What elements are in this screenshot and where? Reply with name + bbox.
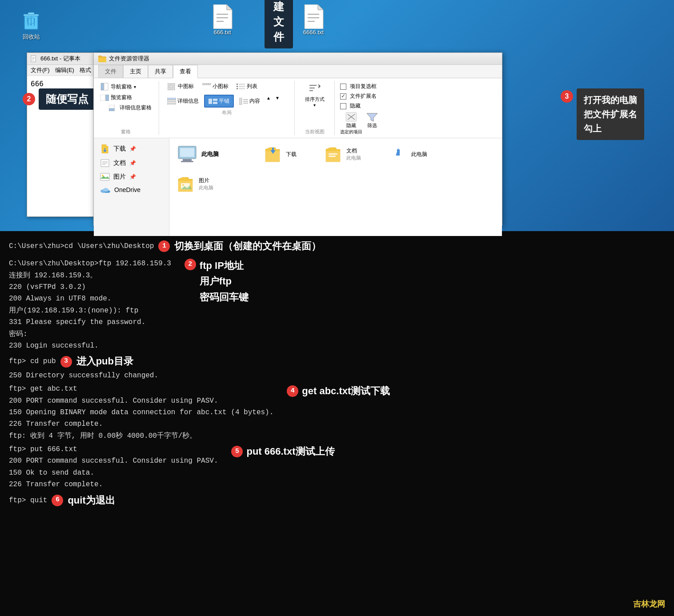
annotation-text-explorer: 打开我的电脑把文件扩展名勾上 [577, 88, 644, 140]
svg-rect-40 [167, 104, 176, 105]
tab-file[interactable]: 文件 [98, 65, 123, 78]
item-checkbox-option[interactable]: 项目复选框 [340, 83, 401, 90]
details-pane-btn[interactable]: 详细信息窗格 [107, 103, 153, 113]
filter-btn[interactable]: 筛选 [366, 112, 378, 135]
svg-rect-26 [172, 87, 175, 90]
svg-rect-67 [183, 159, 192, 161]
svg-rect-2 [28, 12, 34, 15]
annotation-get-abc: get abc.txt测试下载 [302, 383, 390, 399]
medium-icons-btn[interactable]: 中图标 [164, 81, 197, 92]
terminal-area: C:\Users\zhu>cd \Users\zhu\Desktop 1 切换到… [0, 231, 674, 616]
watermark: 吉林龙网 [633, 598, 665, 611]
file-extension-check[interactable] [340, 93, 346, 100]
flat-view-btn[interactable]: 平铺 [204, 95, 234, 108]
svg-rect-37 [167, 98, 176, 100]
svg-marker-55 [367, 113, 377, 121]
ribbon-tabs: 文件 主页 共享 查看 [94, 65, 502, 78]
nav-item-documents[interactable]: 文档 📌 [94, 156, 169, 170]
content-item-this-pc[interactable]: 此电脑 [174, 143, 254, 166]
svg-rect-72 [329, 156, 336, 157]
file-extension-option[interactable]: 文件扩展名 [340, 92, 401, 100]
file-666-icon[interactable]: 666.txt [205, 4, 240, 36]
svg-rect-18 [104, 83, 108, 90]
badge-5-terminal: 5 [231, 446, 243, 457]
annotation-cd-pub: 进入pub目录 [76, 353, 133, 369]
nav-item-onedrive[interactable]: OneDrive [94, 184, 169, 196]
menu-format[interactable]: 格式 [80, 66, 91, 74]
panes-group-label: 窗格 [98, 127, 153, 135]
svg-rect-32 [239, 84, 245, 85]
svg-rect-70 [272, 148, 274, 151]
ftp-connect-block: C:\Users\zhu\Desktop>ftp 192.168.159.3 连… [9, 258, 171, 352]
content-item-this-pc-2[interactable]: 此电脑 [386, 143, 457, 166]
svg-marker-4 [227, 4, 232, 10]
svg-rect-43 [213, 102, 217, 104]
annotation-text-create-file: 创建文件 [265, 0, 293, 48]
svg-rect-30 [209, 83, 211, 85]
svg-rect-24 [172, 83, 175, 86]
content-item-pictures[interactable]: 图片 此电脑 [174, 173, 227, 195]
svg-rect-59 [100, 173, 109, 180]
explorer-content-area: 此电脑 下载 [169, 138, 502, 236]
svg-rect-66 [180, 148, 194, 157]
menu-file[interactable]: 文件(F) [31, 66, 50, 74]
get-abc-block: ftp> get abc.txt 200 PORT command succes… [9, 383, 273, 442]
svg-rect-28 [205, 83, 206, 85]
list-btn[interactable]: 列表 [234, 81, 260, 92]
badge-3-terminal: 3 [60, 356, 72, 368]
layout-scroll-up[interactable]: ▲ [265, 95, 272, 108]
panes-group: 导航窗格 ▾ 预览窗格 详细信息窗格 窗格 [98, 81, 159, 135]
badge-2-notepad: 2 [23, 93, 35, 105]
nav-item-download[interactable]: 下载 📌 [94, 142, 169, 156]
hide-selected-btn[interactable]: 隐藏 选定的项目 [340, 112, 362, 135]
sort-btn[interactable]: 排序方式 ▾ [300, 81, 329, 109]
svg-rect-38 [167, 100, 176, 101]
annotation-3-explorer: 3 打开我的电脑把文件扩展名勾上 [561, 88, 644, 140]
menu-edit[interactable]: 编辑(E) [55, 66, 74, 74]
ribbon-content: 导航窗格 ▾ 预览窗格 详细信息窗格 窗格 中图标 [94, 78, 502, 138]
svg-rect-23 [168, 83, 171, 86]
explorer-window: 文件资源管理器 文件 主页 共享 查看 导航窗格 ▾ 预览窗格 [93, 52, 502, 226]
details-btn[interactable]: 详细信息 [164, 95, 201, 108]
svg-rect-68 [181, 161, 193, 162]
small-icons-btn[interactable]: 小图标 [200, 81, 231, 92]
recycle-bin-icon[interactable]: 回收站 [13, 9, 49, 41]
preview-pane-btn[interactable]: 预览窗格 [98, 92, 153, 103]
content-btn[interactable]: 内容 [237, 95, 263, 108]
put-666-block: ftp> put 666.txt 200 PORT command succes… [9, 444, 218, 491]
tab-view[interactable]: 查看 [173, 65, 198, 78]
badge-3-explorer: 3 [561, 90, 573, 103]
badge-4-terminal: 4 [287, 385, 298, 397]
svg-rect-74 [397, 149, 400, 156]
svg-rect-35 [237, 88, 238, 89]
annotation-2-write: 2 随便写点 [23, 88, 96, 110]
show-hide-group: 项目复选框 文件扩展名 隐藏 [335, 81, 406, 135]
hidden-items-check[interactable] [340, 103, 346, 109]
annotation-put-666: put 666.txt测试上传 [246, 444, 334, 460]
nav-item-pictures[interactable]: 图片 📌 [94, 170, 169, 184]
hidden-items-option[interactable]: 隐藏 [340, 102, 401, 110]
content-item-documents[interactable]: 文档 此电脑 [321, 143, 379, 166]
annotation-text-write: 随便写点 [39, 88, 96, 110]
file-6666-icon[interactable]: 6666.txt [296, 4, 331, 36]
svg-rect-27 [202, 83, 204, 85]
svg-rect-29 [207, 83, 209, 85]
svg-point-64 [103, 188, 108, 192]
cmd-quit: ftp> quit [9, 495, 47, 506]
svg-rect-36 [239, 88, 245, 89]
file-6666-label: 6666.txt [303, 29, 324, 36]
item-checkbox-check[interactable] [340, 84, 346, 90]
badge-2-terminal: 2 [185, 259, 196, 270]
notepad-title: 666.txt - 记事本 [40, 55, 80, 63]
nav-pane-btn[interactable]: 导航窗格 ▾ [98, 81, 153, 92]
svg-rect-31 [237, 84, 238, 85]
layout-scroll-down[interactable]: ▼ [274, 95, 281, 108]
annotation-ftp-login: ftp IP地址用户ftp密码回车键 [200, 258, 249, 305]
explorer-nav: 下载 📌 文档 📌 [94, 138, 169, 236]
content-item-download[interactable]: 下载 [261, 143, 314, 166]
explorer-main: 下载 📌 文档 📌 [94, 138, 502, 236]
tab-share[interactable]: 共享 [148, 65, 173, 78]
layout-group-label: 布局 [164, 109, 289, 116]
annotation-quit: quit为退出 [68, 492, 115, 508]
tab-home[interactable]: 主页 [123, 65, 148, 78]
